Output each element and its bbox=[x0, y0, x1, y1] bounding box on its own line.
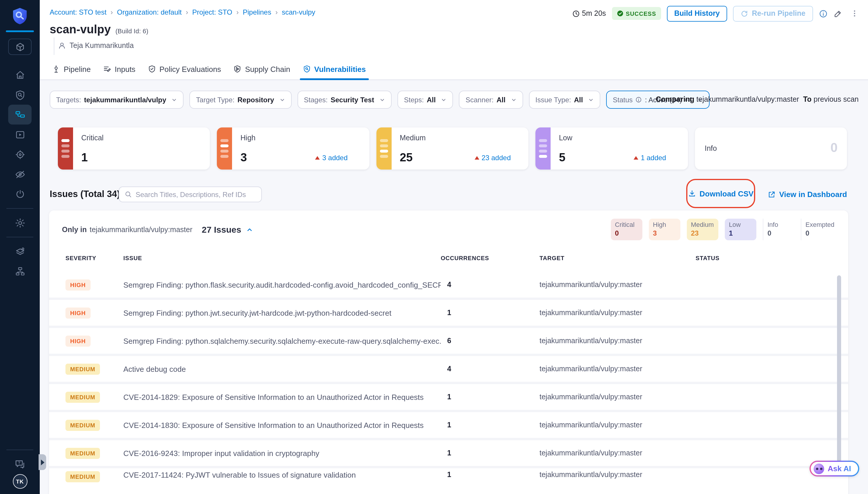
comparing-label: Comparing tejakummarikuntla/vulpy:master… bbox=[656, 95, 859, 103]
table-row[interactable]: HIGH Semgrep Finding: python.flask.secur… bbox=[49, 272, 848, 300]
check-circle-icon bbox=[616, 10, 623, 17]
breadcrumb: Account: STO test› Organization: default… bbox=[50, 8, 315, 16]
filter-bar: Targets:tejakummarikuntla/vulpy Target T… bbox=[50, 91, 710, 109]
filter-targets[interactable]: Targets:tejakummarikuntla/vulpy bbox=[50, 91, 184, 109]
tab-policy-evaluations[interactable]: Policy Evaluations bbox=[147, 58, 222, 79]
chevron-down-icon bbox=[279, 97, 285, 102]
tab-pipeline[interactable]: Pipeline bbox=[51, 58, 92, 79]
chevron-separator: › bbox=[111, 8, 113, 16]
chevron-down-icon bbox=[379, 97, 385, 102]
tab-inputs[interactable]: Inputs bbox=[102, 58, 137, 79]
info-circle-icon[interactable] bbox=[819, 9, 828, 18]
chip-exempted[interactable]: Exempted0 bbox=[801, 218, 832, 240]
supply-chain-shield-icon bbox=[233, 65, 242, 73]
occurrences: 4 bbox=[441, 365, 540, 373]
group-target: tejakummarikuntla/vulpy:master bbox=[90, 225, 193, 233]
filter-steps[interactable]: Steps:All bbox=[398, 91, 453, 109]
pipeline-tabs: Pipeline Inputs Policy Evaluations Suppl… bbox=[40, 58, 868, 80]
user-avatar[interactable]: TK bbox=[13, 474, 27, 489]
download-csv-button[interactable]: Download CSV bbox=[688, 189, 754, 198]
occurrences: 1 bbox=[441, 421, 540, 429]
module-selector-cube-icon[interactable] bbox=[8, 39, 32, 55]
vertical-scrollbar[interactable] bbox=[837, 276, 841, 462]
medium-severity-icon bbox=[377, 128, 392, 170]
chip-low[interactable]: Low1 bbox=[725, 218, 756, 240]
logo-underline bbox=[6, 31, 34, 32]
page-header: Account: STO test› Organization: default… bbox=[40, 0, 868, 58]
issues-search[interactable] bbox=[119, 187, 262, 202]
sidebar-item-default-settings[interactable] bbox=[8, 242, 32, 261]
card-medium[interactable]: Medium 25 23 added bbox=[377, 128, 529, 170]
chevron-separator: › bbox=[186, 8, 188, 16]
sidebar-divider bbox=[6, 208, 33, 209]
rerun-pipeline-button[interactable]: Re-run Pipeline bbox=[733, 5, 813, 21]
sto-logo-icon[interactable] bbox=[12, 7, 28, 25]
table-row[interactable]: MEDIUM CVE-2014-1830: Exposure of Sensit… bbox=[49, 412, 848, 440]
sidebar-item-project-settings[interactable] bbox=[8, 213, 32, 233]
breadcrumb-org[interactable]: Organization: default bbox=[117, 8, 182, 16]
sidebar-expand-handle[interactable] bbox=[39, 454, 46, 470]
card-high[interactable]: High 3 3 added bbox=[217, 128, 369, 170]
issue-title: Semgrep Finding: python.jwt.security.jwt… bbox=[123, 308, 441, 317]
sidebar-item-pipelines[interactable] bbox=[8, 104, 32, 125]
search-icon bbox=[124, 191, 132, 198]
breadcrumb-pipelines[interactable]: Pipelines bbox=[243, 8, 271, 16]
sidebar-item-home[interactable] bbox=[8, 65, 32, 85]
chevron-down-icon bbox=[441, 97, 447, 102]
table-row[interactable]: MEDIUM Active debug code 4 tejakummariku… bbox=[49, 356, 848, 384]
issue-title: Active debug code bbox=[123, 364, 441, 373]
sidebar-item-test-targets[interactable] bbox=[8, 164, 32, 184]
ask-ai-button[interactable]: Ask AI bbox=[810, 461, 859, 476]
filter-target-type[interactable]: Target Type:Repository bbox=[190, 91, 292, 109]
chip-critical[interactable]: Critical0 bbox=[611, 218, 642, 240]
chevron-up-icon[interactable] bbox=[246, 226, 253, 233]
issues-panel: Only in tejakummarikuntla/vulpy:master 2… bbox=[49, 210, 848, 494]
sidebar-item-get-started[interactable] bbox=[8, 184, 32, 204]
tab-supply-chain[interactable]: Supply Chain bbox=[232, 58, 291, 79]
breadcrumb-project[interactable]: Project: STO bbox=[192, 8, 232, 16]
card-low[interactable]: Low 5 1 added bbox=[535, 128, 688, 170]
card-critical[interactable]: Critical 1 bbox=[58, 128, 210, 170]
sidebar-item-account-settings[interactable] bbox=[8, 261, 32, 281]
table-row[interactable]: MEDIUM CVE-2014-1829: Exposure of Sensit… bbox=[49, 384, 848, 412]
help-chat-icon[interactable]: ? bbox=[8, 454, 32, 474]
target: tejakummarikuntla/vulpy:master bbox=[540, 365, 696, 373]
card-info[interactable]: Info 0 bbox=[695, 128, 847, 170]
table-row[interactable]: HIGH Semgrep Finding: python.jwt.securit… bbox=[49, 300, 848, 328]
chip-medium[interactable]: Medium23 bbox=[687, 218, 718, 240]
severity-filter-chips: Critical0 High3 Medium23 Low1 Info0 Exem… bbox=[611, 218, 832, 240]
filter-issue-type[interactable]: Issue Type:All bbox=[529, 91, 601, 109]
table-row[interactable]: MEDIUM CVE-2016-9243: Improper input val… bbox=[49, 440, 848, 468]
sidebar-item-executions[interactable] bbox=[8, 125, 32, 145]
search-input[interactable] bbox=[136, 190, 256, 198]
chip-high[interactable]: High3 bbox=[649, 218, 680, 240]
severity-badge: HIGH bbox=[65, 336, 90, 347]
triangle-up-icon bbox=[315, 156, 320, 159]
issue-title: CVE-2014-1829: Exposure of Sensitive Inf… bbox=[123, 393, 441, 401]
sidebar-item-targets[interactable] bbox=[8, 145, 32, 164]
issue-title: CVE-2017-11424: PyJWT vulnerable to Issu… bbox=[123, 471, 441, 479]
left-nav-sidebar: ? TK bbox=[0, 0, 40, 494]
issue-group-header[interactable]: Only in tejakummarikuntla/vulpy:master 2… bbox=[62, 218, 253, 240]
chevron-down-icon bbox=[511, 97, 517, 102]
severity-badge: MEDIUM bbox=[65, 364, 100, 375]
kebab-menu-icon[interactable] bbox=[850, 9, 859, 18]
table-row[interactable]: HIGH Semgrep Finding: python.sqlalchemy.… bbox=[49, 328, 848, 356]
chip-info[interactable]: Info0 bbox=[763, 218, 794, 240]
table-header: SEVERITY ISSUE OCCURRENCES TARGET STATUS bbox=[49, 255, 848, 265]
breadcrumb-pipeline-name[interactable]: scan-vulpy bbox=[282, 8, 315, 16]
tab-vulnerabilities[interactable]: Vulnerabilities bbox=[301, 58, 367, 79]
filter-stages[interactable]: Stages:Security Test bbox=[297, 91, 392, 109]
divider bbox=[54, 37, 54, 55]
chevron-down-icon bbox=[588, 97, 594, 102]
filter-scanner[interactable]: Scanner:All bbox=[459, 91, 523, 109]
sidebar-item-scans[interactable] bbox=[8, 85, 32, 104]
vulnerabilities-shield-icon bbox=[303, 65, 311, 73]
breadcrumb-account[interactable]: Account: STO test bbox=[50, 8, 107, 16]
status-badge: SUCCESS bbox=[612, 7, 661, 20]
occurrences: 4 bbox=[441, 281, 540, 289]
table-row[interactable]: MEDIUM CVE-2017-11424: PyJWT vulnerable … bbox=[49, 468, 848, 494]
build-history-button[interactable]: Build History bbox=[667, 5, 728, 21]
view-in-dashboard-button[interactable]: View in Dashboard bbox=[768, 190, 847, 199]
edit-pencil-icon[interactable] bbox=[833, 9, 842, 18]
